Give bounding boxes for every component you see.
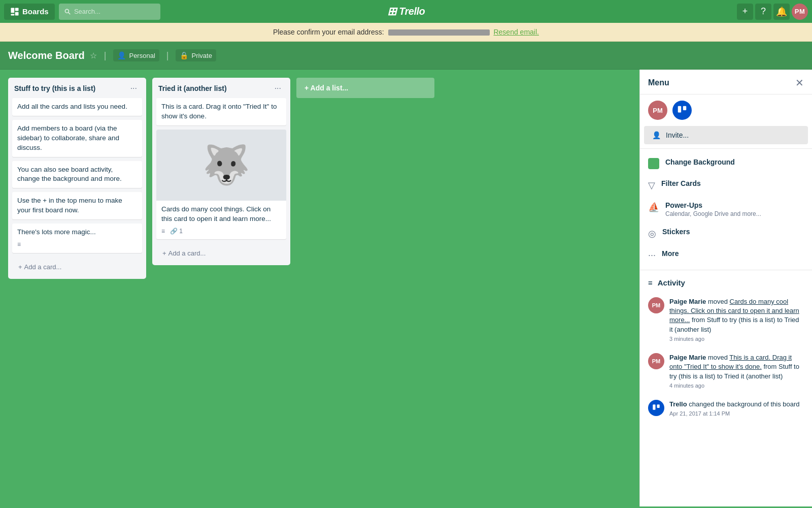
change-background-button[interactable]: Change Background xyxy=(640,153,812,174)
power-ups-label: Power-Ups xyxy=(665,201,761,209)
user-avatar-button[interactable]: PM xyxy=(792,4,808,20)
card-text-3: You can also see board activity, change … xyxy=(17,166,122,183)
card-lines-icon: ≡ xyxy=(17,240,21,249)
menu-title: Menu xyxy=(648,78,669,87)
svg-rect-6 xyxy=(678,106,681,113)
svg-rect-0 xyxy=(11,8,15,13)
activity-title: Activity xyxy=(658,278,685,287)
activity-content-3: Trello changed the background of this bo… xyxy=(669,400,804,418)
stickers-icon: ◎ xyxy=(648,228,656,239)
menu-sidebar: Menu ✕ PM 👤 Invite... Change Backgrou xyxy=(639,70,812,506)
user-pm-avatar[interactable]: PM xyxy=(648,101,667,120)
activity-item-1: PM Paige Marie moved Cards do many cool … xyxy=(640,293,812,349)
person-icon: 👤 xyxy=(117,51,126,59)
card-2[interactable]: Add members to a board (via the sidebar)… xyxy=(12,120,142,157)
add-card-label-2: Add a card... xyxy=(168,249,206,257)
board-star-button[interactable]: ☆ xyxy=(90,51,97,60)
svg-rect-1 xyxy=(15,8,19,11)
add-card-button-2[interactable]: + Add a card... xyxy=(156,245,286,261)
svg-rect-8 xyxy=(653,404,655,410)
list-cards-2: This is a card. Drag it onto "Tried It" … xyxy=(152,98,290,243)
card-3[interactable]: You can also see board activity, change … xyxy=(12,161,142,188)
card-text-1: Add all the cards and lists you need. xyxy=(17,103,127,110)
card-text-6: This is a card. Drag it onto "Tried It" … xyxy=(161,103,277,120)
list-title-1: Stuff to try (this is a list) xyxy=(14,84,95,92)
change-background-label: Change Background xyxy=(665,158,735,166)
add-card-button-1[interactable]: + Add a card... xyxy=(12,259,142,275)
activity-user-1: Paige Marie xyxy=(669,298,706,305)
activity-action-1: moved xyxy=(708,298,730,305)
card-body-7: Cards do many cool things. Click on this… xyxy=(156,205,286,236)
card-5[interactable]: There's lots more magic... ≡ xyxy=(12,224,142,253)
main-area: Stuff to try (this is a list) ··· Add al… xyxy=(0,70,812,506)
activity-time-1: 3 minutes ago xyxy=(669,335,804,343)
list-menu-button-2[interactable]: ··· xyxy=(272,83,284,94)
more-text: More xyxy=(662,249,679,258)
activity-action-2: moved xyxy=(708,354,729,361)
search-icon xyxy=(64,8,71,16)
card-attachment-icon-7: 🔗 1 xyxy=(170,227,183,236)
resend-email-link[interactable]: Resend email. xyxy=(493,28,539,36)
activity-item-2: PM Paige Marie moved This is a card. Dra… xyxy=(640,349,812,396)
activity-user-2: Paige Marie xyxy=(669,354,706,361)
boards-label: Boards xyxy=(22,7,49,16)
activity-header: ≡ Activity xyxy=(640,274,812,293)
svg-rect-9 xyxy=(657,404,660,408)
trello-icon-small xyxy=(652,403,661,412)
notifications-button[interactable]: 🔔 xyxy=(773,4,790,20)
card-7[interactable]: 🐺 Cards do many cool things. Click on th… xyxy=(156,130,286,240)
card-1[interactable]: Add all the cards and lists you need. xyxy=(12,98,142,116)
activity-avatar-2: PM xyxy=(648,353,664,369)
board-visibility-private[interactable]: 🔒 Private xyxy=(176,49,216,61)
card-4[interactable]: Use the + in the top menu to make your f… xyxy=(12,192,142,219)
board-visibility-personal[interactable]: 👤 Personal xyxy=(113,49,159,61)
svg-rect-3 xyxy=(11,14,15,15)
add-list-button[interactable]: + Add a list... xyxy=(296,78,434,98)
trello-icon: ⊞ xyxy=(387,5,396,18)
board-header: Welcome Board ☆ | 👤 Personal | 🔒 Private xyxy=(0,42,812,70)
menu-members-row: PM xyxy=(640,94,812,126)
list-stuff-to-try: Stuff to try (this is a list) ··· Add al… xyxy=(8,78,146,279)
power-ups-text: Power-Ups Calendar, Google Drive and mor… xyxy=(665,201,761,217)
divider: | xyxy=(104,50,107,61)
power-ups-button[interactable]: ⛵ Power-Ups Calendar, Google Drive and m… xyxy=(640,196,812,223)
boards-button[interactable]: Boards xyxy=(4,4,55,20)
search-input[interactable] xyxy=(74,8,155,15)
add-list-label: + Add a list... xyxy=(304,84,348,92)
add-card-icon-1: + xyxy=(18,263,22,271)
menu-close-button[interactable]: ✕ xyxy=(795,77,804,89)
list-header-1: Stuff to try (this is a list) ··· xyxy=(8,78,146,98)
card-6[interactable]: This is a card. Drag it onto "Tried It" … xyxy=(156,98,286,125)
activity-content-1: Paige Marie moved Cards do many cool thi… xyxy=(669,297,804,343)
more-label: More xyxy=(662,249,679,258)
card-footer-7: ≡ 🔗 1 xyxy=(161,227,281,236)
banner-text-before: Please confirm your email address: xyxy=(273,28,384,36)
list-menu-button-1[interactable]: ··· xyxy=(127,83,140,94)
search-bar xyxy=(59,4,160,20)
card-footer-5: ≡ xyxy=(17,240,137,249)
invite-button[interactable]: 👤 Invite... xyxy=(644,126,808,144)
card-text-2: Add members to a board (via the sidebar)… xyxy=(17,124,119,151)
create-button[interactable]: + xyxy=(737,4,753,20)
activity-avatar-3 xyxy=(648,400,664,416)
board-personal-label: Personal xyxy=(129,52,155,59)
list-title-2: Tried it (another list) xyxy=(158,84,227,92)
card-lines-icon-7: ≡ xyxy=(161,227,165,236)
more-button[interactable]: ··· More xyxy=(640,244,812,266)
filter-cards-button[interactable]: ▽ Filter Cards xyxy=(640,174,812,196)
nav-right-actions: + ? 🔔 PM xyxy=(737,4,808,20)
card-text-7: Cards do many cool things. Click on this… xyxy=(161,205,271,223)
filter-cards-text: Filter Cards xyxy=(661,179,701,187)
lock-icon: 🔒 xyxy=(180,51,188,59)
board-private-label: Private xyxy=(191,52,212,59)
menu-header: Menu ✕ xyxy=(640,70,812,94)
logo-text: Trello xyxy=(399,6,425,17)
activity-user-3: Trello xyxy=(669,400,687,408)
info-button[interactable]: ? xyxy=(755,4,771,20)
change-background-text: Change Background xyxy=(665,158,735,166)
filter-icon: ▽ xyxy=(648,180,655,191)
app-logo: ⊞ Trello xyxy=(387,5,425,18)
stickers-button[interactable]: ◎ Stickers xyxy=(640,223,812,244)
card-text-5: There's lots more magic... xyxy=(17,228,96,236)
card-text-4: Use the + in the top menu to make your f… xyxy=(17,197,122,214)
